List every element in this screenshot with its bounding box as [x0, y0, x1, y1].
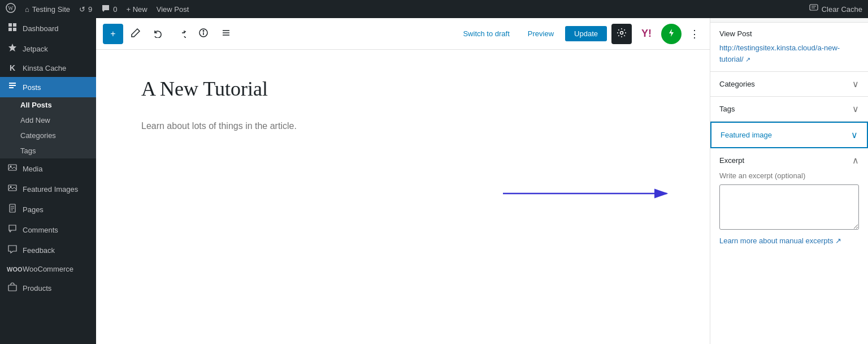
- posts-icon: [7, 81, 18, 93]
- more-icon: ⋮: [689, 28, 700, 40]
- bolt-icon: [667, 28, 676, 40]
- posts-submenu: All Posts Add New Categories Tags: [0, 97, 96, 158]
- update-button[interactable]: Update: [565, 26, 607, 41]
- kinsta-icon: K: [7, 63, 18, 72]
- add-icon: +: [110, 29, 115, 39]
- home-icon: ⌂: [25, 5, 29, 14]
- products-icon: [7, 282, 18, 294]
- svg-marker-9: [8, 44, 16, 51]
- list-view-button[interactable]: [216, 24, 236, 44]
- svg-rect-6: [13, 23, 16, 27]
- pages-icon: [7, 204, 18, 215]
- more-options-button[interactable]: ⋮: [686, 25, 703, 42]
- sidebar-item-woocommerce[interactable]: WOO WooCommerce: [0, 260, 96, 278]
- svg-marker-26: [669, 29, 674, 37]
- content-area: +: [96, 18, 868, 344]
- sidebar-item-feedback[interactable]: Feedback: [0, 240, 96, 260]
- view-post-url[interactable]: http://testingsitex.kinsta.cloud/a-new-t…: [719, 44, 840, 63]
- media-icon: [7, 163, 18, 174]
- svg-text:W: W: [8, 5, 14, 11]
- jetpack-icon: [7, 43, 18, 54]
- new-content-link[interactable]: + New: [127, 5, 147, 14]
- external-link-icon: ↗: [745, 56, 750, 63]
- bolt-button[interactable]: [661, 24, 682, 44]
- excerpt-chevron: ∧: [852, 155, 859, 166]
- edit-icon: [131, 28, 141, 40]
- svg-rect-10: [8, 165, 16, 170]
- edit-button[interactable]: [125, 24, 146, 44]
- switch-to-draft-button[interactable]: Switch to draft: [456, 26, 516, 41]
- featured-image-chevron: ∨: [851, 130, 858, 140]
- excerpt-write-label: Write an excerpt (optional): [719, 171, 859, 180]
- comments-link[interactable]: 0: [101, 4, 117, 15]
- sidebar-item-comments[interactable]: Comments: [0, 220, 96, 240]
- sidebar-item-media[interactable]: Media: [0, 158, 96, 179]
- yoast-button[interactable]: Y!: [636, 24, 657, 44]
- categories-section: Categories ∨: [710, 72, 868, 97]
- undo-icon: [153, 28, 163, 40]
- featured-images-icon: [7, 183, 18, 195]
- sidebar-item-dashboard[interactable]: Dashboard: [0, 18, 96, 38]
- wp-logo[interactable]: W: [6, 3, 16, 16]
- add-block-button[interactable]: +: [103, 24, 123, 44]
- wp-logo-icon: W: [6, 3, 16, 16]
- site-name[interactable]: ⌂ Testing Site: [25, 5, 70, 14]
- sidebar-item-jetpack[interactable]: Jetpack: [0, 38, 96, 59]
- editor-toolbar: +: [96, 18, 710, 50]
- sidebar-item-pages[interactable]: Pages: [0, 199, 96, 220]
- panel-scroll-indicator: [710, 18, 868, 23]
- sidebar-item-posts[interactable]: Posts: [0, 77, 96, 97]
- preview-button[interactable]: Preview: [521, 26, 561, 41]
- view-post-link-topbar[interactable]: View Post: [157, 5, 189, 14]
- categories-header[interactable]: Categories ∨: [719, 79, 859, 89]
- tags-section: Tags ∨: [710, 97, 868, 122]
- editor-wrapper: +: [96, 18, 710, 344]
- editor-content: A New Tutorial Learn about lots of thing…: [96, 50, 710, 344]
- revisions-icon: ↺: [79, 5, 85, 14]
- view-post-section: View Post http://testingsitex.kinsta.clo…: [710, 23, 868, 72]
- settings-icon: [617, 28, 627, 40]
- post-title[interactable]: A New Tutorial: [141, 77, 665, 101]
- featured-image-section: Featured image ∨: [710, 122, 868, 148]
- toolbar-right: Switch to draft Preview Update Y!: [456, 24, 703, 44]
- clear-cache-button[interactable]: Clear Cache: [809, 4, 862, 15]
- excerpt-header[interactable]: Excerpt ∧: [719, 155, 859, 166]
- svg-point-21: [203, 30, 204, 31]
- revisions-link[interactable]: ↺ 9: [79, 5, 92, 14]
- sidebar-item-categories[interactable]: Categories: [20, 128, 96, 143]
- svg-rect-18: [8, 285, 16, 291]
- categories-chevron: ∨: [852, 79, 859, 89]
- featured-image-header[interactable]: Featured image ∨: [721, 130, 858, 140]
- excerpt-learn-more-link[interactable]: Learn more about manual excerpts ↗: [719, 236, 859, 245]
- svg-rect-8: [13, 28, 16, 31]
- sidebar-item-tags[interactable]: Tags: [20, 143, 96, 158]
- sidebar-item-products[interactable]: Products: [0, 278, 96, 298]
- sidebar-item-add-new[interactable]: Add New: [20, 113, 96, 128]
- svg-rect-5: [8, 23, 12, 27]
- settings-button[interactable]: [611, 24, 632, 44]
- redo-button[interactable]: [171, 24, 191, 44]
- excerpt-textarea[interactable]: [719, 184, 859, 230]
- chat-icon: [809, 4, 818, 15]
- sidebar-item-featured-images[interactable]: Featured Images: [0, 179, 96, 199]
- post-body[interactable]: Learn about lots of things in the articl…: [141, 119, 665, 134]
- list-icon: [221, 28, 231, 40]
- tags-chevron: ∨: [852, 104, 859, 114]
- right-panel: View Post http://testingsitex.kinsta.clo…: [710, 18, 868, 344]
- svg-rect-12: [8, 185, 16, 191]
- sidebar-item-kinsta[interactable]: K Kinsta Cache: [0, 59, 96, 77]
- sidebar: Dashboard Jetpack K Kinsta Cache Posts A…: [0, 18, 96, 344]
- yoast-icon: Y!: [641, 28, 652, 40]
- svg-point-25: [620, 31, 623, 34]
- undo-button[interactable]: [148, 24, 168, 44]
- sidebar-item-all-posts[interactable]: All Posts: [20, 97, 96, 113]
- svg-rect-7: [8, 28, 12, 31]
- woocommerce-icon: WOO: [7, 266, 18, 273]
- dashboard-icon: [7, 23, 18, 34]
- comments-sidebar-icon: [7, 224, 18, 235]
- tags-header[interactable]: Tags ∨: [719, 104, 859, 114]
- admin-bar: W ⌂ Testing Site ↺ 9 0 + New View Post C…: [0, 0, 868, 18]
- redo-icon: [176, 28, 186, 40]
- info-button[interactable]: [193, 24, 214, 44]
- main-layout: Dashboard Jetpack K Kinsta Cache Posts A…: [0, 18, 868, 344]
